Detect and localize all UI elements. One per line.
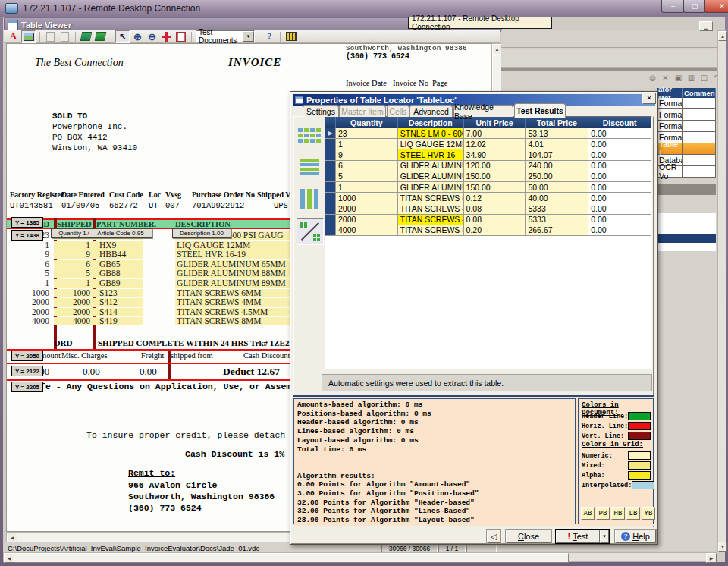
view-diagonal-button[interactable] (297, 218, 324, 245)
scroll-down-button[interactable]: ▼ (718, 542, 727, 552)
algorithm-button-lb[interactable]: LB (626, 507, 640, 520)
row-selector[interactable] (325, 171, 336, 182)
status-file-path: C:\DocuProjects\Artificial_InvEval\Sampl… (8, 544, 259, 552)
algorithm-log[interactable]: Amounts-based algorithm: 0 ms Positions-… (293, 398, 576, 524)
algorithm-button-yb[interactable]: YB (642, 507, 655, 520)
maximize-button[interactable]: ▢ (683, 0, 706, 13)
tab-cells[interactable]: Cells (387, 105, 410, 117)
ord-fragment: ORD (54, 338, 72, 347)
tab-master-item[interactable]: Master Item (339, 105, 386, 117)
minimize-button[interactable]: – (661, 0, 685, 13)
next-document-button[interactable] (94, 31, 107, 42)
legend-label: Header Line: (582, 413, 628, 420)
row-selector[interactable] (325, 215, 336, 225)
test-dropdown-button[interactable]: ▼ (600, 530, 609, 543)
tab-test-results[interactable]: Test Results (514, 103, 566, 118)
invoice-line-item: 66GB65GLIDER ALUMINUM 65MM (7, 259, 304, 269)
algorithm-button-ab[interactable]: AB (581, 507, 595, 520)
result-row[interactable]: 4000TITAN SCREWS 80.20266.670.00 (325, 225, 651, 236)
fit-width-button[interactable] (174, 31, 187, 42)
collapse-button[interactable]: ◁ (487, 530, 500, 543)
tab-advanced[interactable]: Advanced (410, 105, 453, 117)
locator-row[interactable]: Format (657, 109, 716, 121)
result-row[interactable]: 1LIQ GAUGE 12MM12.024.010.00 (325, 139, 651, 149)
algorithm-button-hb[interactable]: HB (611, 507, 625, 520)
view-cells-button[interactable] (297, 122, 322, 148)
session-vscrollbar[interactable]: ▲ ▼ (717, 30, 726, 552)
duplicate-icon[interactable]: ◫ (698, 72, 710, 83)
row-selector[interactable] (325, 225, 336, 236)
row-selector[interactable] (325, 149, 336, 160)
shipped-qty: 1000 (55, 288, 90, 297)
row-selector[interactable]: ▶ (325, 128, 336, 139)
scroll-left-icon: ◀ (8, 555, 11, 561)
locator-row[interactable]: Format (657, 98, 716, 109)
algorithm-button-pb[interactable]: PB (596, 507, 610, 520)
tab-settings[interactable]: Settings (303, 105, 339, 117)
dialog-close-button[interactable]: ✕ (642, 93, 656, 104)
row-selector[interactable] (325, 193, 336, 203)
invoice-title: INVOICE (228, 56, 281, 69)
result-row[interactable]: ▶23STNLS LM 0 - 6007.0053.130.00 (325, 128, 651, 139)
chevron-down-icon[interactable]: ▼ (243, 31, 254, 42)
help-dialog-button[interactable]: ? Help (615, 530, 656, 543)
columns-button[interactable] (284, 31, 297, 42)
delete-icon[interactable]: ✕ (660, 72, 671, 83)
discount-cell: 0.00 (588, 203, 651, 214)
scroll-left-button[interactable]: ◀ (4, 553, 14, 563)
fit-page-button[interactable] (160, 31, 173, 42)
image-view-button[interactable] (21, 30, 36, 43)
close-button[interactable]: ✕ (704, 0, 728, 13)
zoom-out-button[interactable]: ⊖ (146, 31, 158, 42)
copy-icon[interactable]: ▥ (686, 72, 697, 83)
close-dialog-button[interactable]: Close (506, 530, 551, 543)
help-button[interactable]: ? (263, 31, 276, 42)
match-tooltip: Description 1.00 (172, 228, 231, 238)
maximize-icon: ▢ (692, 2, 698, 10)
legend-item: Interpolated: (582, 480, 651, 490)
select-tool-button[interactable]: ↖ (115, 30, 130, 43)
ordered-qty: 6 (13, 259, 49, 269)
view-rows-button[interactable] (297, 154, 322, 180)
session-hscrollbar[interactable]: ◀ ▶ (3, 552, 717, 562)
locator-row[interactable]: OCR Vo (657, 166, 716, 178)
panel-minimize-button[interactable]: ▁ (699, 21, 713, 31)
tab-knowledge-base[interactable]: Knowledge Base (453, 105, 513, 117)
find-icon[interactable]: ◎ (647, 72, 658, 83)
properties-icon[interactable]: ▣ (673, 72, 684, 83)
row-selector[interactable] (325, 182, 336, 193)
locator-row[interactable]: Format (657, 121, 716, 132)
locator-row[interactable]: Table L (657, 143, 716, 155)
result-row[interactable]: 2000TITAN SCREWS 40.0853330.00 (325, 203, 651, 214)
invoice-company: The Best Connection (35, 57, 124, 69)
part-number: S419 (99, 316, 118, 325)
result-row[interactable]: 6GLIDER ALUMINU120.00240.000.00 (325, 161, 651, 171)
charges-header: Cash Discount - (243, 351, 295, 360)
zoom-in-button[interactable]: ⊕ (131, 31, 144, 42)
result-row[interactable]: 9STEEL HVR 16 - 1934.90104.070.00 (325, 149, 651, 160)
result-row[interactable]: 1GLIDER ALUMINU150.0050.000.00 (325, 182, 651, 193)
locator-method-cell: Format (657, 109, 682, 121)
scroll-up-button[interactable]: ▲ (718, 31, 727, 41)
prev-page-button[interactable] (44, 31, 57, 42)
test-results-grid[interactable]: QuantityDescriptionUnit PriceTotal Price… (325, 116, 652, 369)
result-row[interactable]: 1000TITAN SCREWS 60.1240.000.00 (325, 193, 651, 203)
scroll-right-button[interactable]: ▶ (706, 553, 717, 563)
hscroll-thumb[interactable] (14, 553, 569, 563)
document-set-dropdown[interactable]: Test Documents ▼ (196, 30, 255, 42)
row-selector[interactable] (325, 203, 336, 214)
row-selector[interactable] (325, 139, 336, 149)
result-row[interactable]: 2000TITAN SCREWS 4.0.0853330.00 (325, 215, 651, 225)
font-button[interactable]: A (7, 31, 20, 42)
view-columns-button[interactable] (297, 186, 322, 212)
description-cell: GLIDER ALUMINU (398, 171, 464, 182)
result-row[interactable]: 5GLIDER ALUMINU150.00250.000.00 (325, 171, 651, 182)
next-page-button[interactable] (58, 31, 71, 42)
unit-price-cell: 34.90 (464, 149, 526, 160)
quantity-cell: 4000 (336, 225, 398, 236)
prev-document-button[interactable] (80, 31, 93, 42)
row-selector[interactable] (325, 161, 336, 171)
test-button[interactable]: ! Test (556, 530, 600, 543)
credit-line: To insure proper credit, please detach a… (86, 430, 301, 440)
invoice-line-item: 10001000S123TITAN SCREWS 6MM (7, 288, 304, 298)
